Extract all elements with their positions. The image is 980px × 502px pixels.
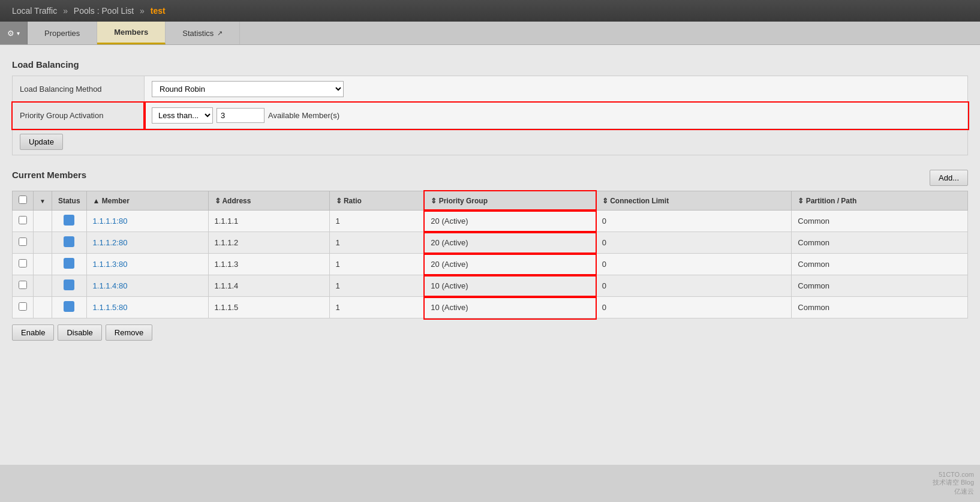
row-dropdown-cell [34, 254, 52, 275]
row-address-cell: 1.1.1.4 [208, 275, 329, 297]
tab-members-label: Members [114, 28, 148, 37]
member-link[interactable]: 1.1.1.4:80 [93, 281, 128, 290]
row-address-cell: 1.1.1.5 [208, 297, 329, 318]
enable-button[interactable]: Enable [12, 324, 54, 341]
dropdown-col-icon: ▼ [40, 198, 46, 205]
pga-value-input[interactable] [217, 108, 264, 123]
address-col-label: ⇕ Address [215, 197, 251, 205]
row-status-cell [52, 297, 86, 318]
update-button[interactable]: Update [20, 134, 63, 150]
row-ratio-cell: 1 [329, 254, 425, 275]
row-ratio-cell: 1 [329, 297, 425, 318]
row-address-cell: 1.1.1.3 [208, 254, 329, 275]
connection-limit-col-th[interactable]: ⇕ Connection Limit [596, 191, 792, 211]
gear-tab[interactable]: ⚙ ▾ [0, 22, 28, 44]
row-member-cell: 1.1.1.5:80 [86, 297, 208, 318]
load-balancing-title: Load Balancing [12, 59, 968, 70]
tab-statistics[interactable]: Statistics ↗ [166, 22, 240, 44]
top-bar: Local Traffic » Pools : Pool List » test [0, 0, 980, 22]
breadcrumb-mid: Pools : Pool List [74, 6, 134, 16]
breadcrumb-root: Local Traffic [12, 6, 57, 16]
members-tbody: 1.1.1.1:801.1.1.1120 (Active)0Common1.1.… [13, 211, 968, 318]
lb-method-label: Load Balancing Method [13, 76, 145, 103]
tab-properties[interactable]: Properties [28, 22, 97, 44]
row-checkbox[interactable] [19, 259, 27, 267]
row-ratio-cell: 1 [329, 211, 425, 232]
row-partition-path-cell: Common [792, 232, 968, 254]
breadcrumb-sep1: » [63, 6, 68, 16]
breadcrumb-active: test [151, 6, 166, 16]
tab-statistics-label: Statistics [182, 29, 214, 38]
member-link[interactable]: 1.1.1.3:80 [93, 260, 128, 269]
row-checkbox-cell [13, 232, 34, 254]
row-partition-path-cell: Common [792, 275, 968, 297]
member-link[interactable]: 1.1.1.5:80 [93, 303, 128, 312]
member-col-label: ▲ Member [93, 197, 130, 205]
row-status-cell [52, 275, 86, 297]
status-col-th: Status [52, 191, 86, 211]
tab-bar: ⚙ ▾ Properties Members Statistics ↗ [0, 22, 980, 45]
row-member-cell: 1.1.1.4:80 [86, 275, 208, 297]
row-member-cell: 1.1.1.2:80 [86, 232, 208, 254]
status-icon [64, 258, 74, 269]
row-ratio-cell: 1 [329, 232, 425, 254]
row-priority-group-cell: 10 (Active) [425, 275, 596, 297]
ratio-col-th[interactable]: ⇕ Ratio [329, 191, 425, 211]
tab-members[interactable]: Members [97, 22, 166, 44]
priority-group-activation-row: Priority Group Activation Disabled Less … [13, 103, 968, 129]
pga-controls-cell: Disabled Less than... Available Member(s… [145, 103, 968, 129]
row-connection-limit-cell: 0 [596, 297, 792, 318]
gear-icon: ⚙ [7, 29, 14, 38]
pga-condition-select[interactable]: Disabled Less than... [152, 107, 213, 124]
lb-method-row: Load Balancing Method Round Robin Least … [13, 76, 968, 103]
row-checkbox-cell [13, 275, 34, 297]
row-checkbox[interactable] [19, 281, 27, 289]
row-member-cell: 1.1.1.3:80 [86, 254, 208, 275]
remove-button[interactable]: Remove [106, 324, 152, 341]
row-address-cell: 1.1.1.1 [208, 211, 329, 232]
add-button[interactable]: Add... [930, 170, 968, 186]
members-header: Current Members Add... [12, 170, 968, 186]
row-checkbox[interactable] [19, 216, 27, 224]
pga-suffix-text: Available Member(s) [268, 111, 339, 120]
table-row: 1.1.1.1:801.1.1.1120 (Active)0Common [13, 211, 968, 232]
member-col-th[interactable]: ▲ Member [86, 191, 208, 211]
member-link[interactable]: 1.1.1.2:80 [93, 238, 128, 247]
table-row: 1.1.1.5:801.1.1.5110 (Active)0Common [13, 297, 968, 318]
content-area: Load Balancing Load Balancing Method Rou… [0, 45, 980, 465]
row-partition-path-cell: Common [792, 254, 968, 275]
lb-method-select[interactable]: Round Robin Least Connections Fastest Ob… [152, 81, 344, 97]
row-dropdown-cell [34, 297, 52, 318]
select-all-checkbox[interactable] [19, 196, 27, 204]
member-link[interactable]: 1.1.1.1:80 [93, 217, 128, 226]
bottom-buttons: Enable Disable Remove [12, 324, 968, 341]
load-balancing-table: Load Balancing Method Round Robin Least … [12, 76, 968, 155]
status-icon [64, 236, 74, 247]
disable-button[interactable]: Disable [58, 324, 101, 341]
current-members-title: Current Members [12, 170, 86, 180]
row-checkbox[interactable] [19, 302, 27, 311]
connection-limit-col-label: ⇕ Connection Limit [602, 197, 669, 205]
lb-method-value-cell: Round Robin Least Connections Fastest Ob… [145, 76, 968, 103]
row-checkbox-cell [13, 211, 34, 232]
row-priority-group-cell: 20 (Active) [425, 254, 596, 275]
status-icon [64, 215, 74, 226]
row-status-cell [52, 254, 86, 275]
update-row: Update [13, 129, 968, 155]
partition-path-col-th[interactable]: ⇕ Partition / Path [792, 191, 968, 211]
row-connection-limit-cell: 0 [596, 232, 792, 254]
table-row: 1.1.1.2:801.1.1.2120 (Active)0Common [13, 232, 968, 254]
status-col-label: Status [58, 197, 80, 205]
priority-group-col-th[interactable]: ⇕ Priority Group [425, 191, 596, 211]
row-partition-path-cell: Common [792, 211, 968, 232]
row-checkbox[interactable] [19, 238, 27, 246]
row-priority-group-cell: 20 (Active) [425, 211, 596, 232]
row-partition-path-cell: Common [792, 297, 968, 318]
ratio-col-label: ⇕ Ratio [336, 197, 362, 205]
status-icon [64, 279, 74, 290]
members-table-header-row: ▼ Status ▲ Member ⇕ Address ⇕ Ratio ⇕ Pr… [13, 191, 968, 211]
row-ratio-cell: 1 [329, 275, 425, 297]
table-row: 1.1.1.3:801.1.1.3120 (Active)0Common [13, 254, 968, 275]
members-table: ▼ Status ▲ Member ⇕ Address ⇕ Ratio ⇕ Pr… [12, 191, 968, 318]
address-col-th[interactable]: ⇕ Address [208, 191, 329, 211]
